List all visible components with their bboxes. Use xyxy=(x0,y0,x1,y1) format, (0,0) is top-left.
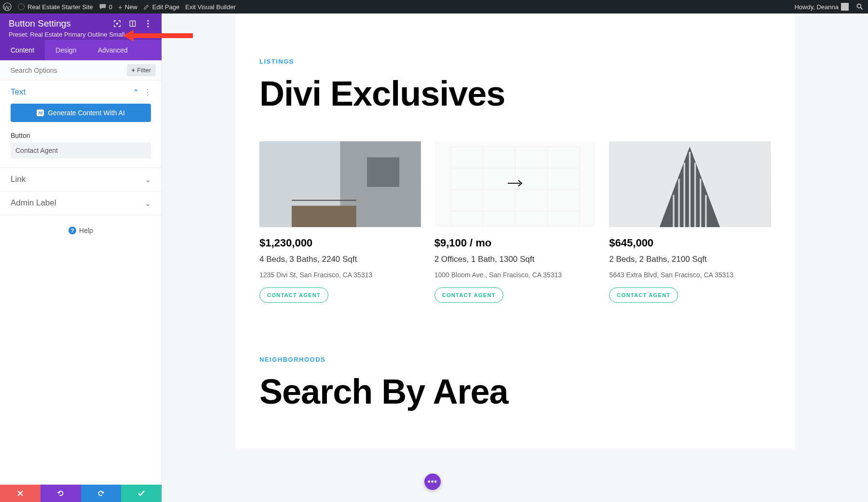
svg-point-2 xyxy=(857,4,861,8)
edit-page-link[interactable]: Edit Page xyxy=(143,3,179,11)
cancel-button[interactable] xyxy=(0,485,41,502)
section-more-icon[interactable]: ⋮ xyxy=(144,88,151,97)
builder-fab[interactable]: ••• xyxy=(424,474,441,490)
chevron-down-icon: ▼ xyxy=(126,32,131,37)
wp-logo-icon[interactable] xyxy=(3,2,12,11)
svg-rect-13 xyxy=(292,205,356,227)
listing-price: $9,100 / mo xyxy=(434,237,596,249)
panel-title: Button Settings xyxy=(9,18,71,29)
help-icon: ? xyxy=(68,227,76,234)
listings-heading: Divi Exclusives xyxy=(259,76,771,112)
section-link: Link ⌄ xyxy=(0,168,162,191)
section-text-title: Text xyxy=(11,87,26,97)
listing-address: 1000 Bloom Ave., San Fracisco, CA 35313 xyxy=(434,271,596,279)
howdy-user[interactable]: Howdy, Deanna xyxy=(794,3,849,11)
neighborhoods-eyebrow: NEIGHBORHOODS xyxy=(259,303,771,363)
edit-page-label: Edit Page xyxy=(152,3,179,11)
more-icon[interactable] xyxy=(143,19,153,28)
tab-content[interactable]: Content xyxy=(0,40,45,60)
listings-row: $1,230,000 4 Beds, 3 Baths, 2240 Sqft 12… xyxy=(259,141,771,303)
section-link-title: Link xyxy=(11,175,26,184)
help-link[interactable]: ? Help xyxy=(68,227,93,234)
settings-panel: Button Settings Preset: Real Estate Prim… xyxy=(0,14,162,502)
preset-prefix: Preset: xyxy=(9,31,28,38)
svg-rect-12 xyxy=(367,157,399,187)
search-input[interactable] xyxy=(11,67,123,74)
section-admin-label: Admin Label ⌄ xyxy=(0,191,162,215)
ellipsis-icon: ••• xyxy=(428,477,437,486)
close-icon xyxy=(17,490,24,497)
search-icon[interactable] xyxy=(854,1,865,12)
section-admin-label-title: Admin Label xyxy=(11,198,56,208)
comments-link[interactable]: 0 xyxy=(99,3,112,11)
arrow-right-icon xyxy=(507,179,523,188)
exit-builder-label: Exit Visual Builder xyxy=(185,3,236,11)
listing-card: $9,100 / mo 2 Offices, 1 Bath, 1300 Sqft… xyxy=(434,141,596,303)
generate-ai-button[interactable]: AI Generate Content With AI xyxy=(11,104,151,122)
howdy-text: Howdy, Deanna xyxy=(794,3,839,11)
undo-icon xyxy=(56,489,65,498)
chevron-down-icon: ⌄ xyxy=(145,175,151,184)
svg-line-3 xyxy=(861,8,863,10)
section-link-toggle[interactable]: Link ⌄ xyxy=(0,168,162,191)
svg-point-9 xyxy=(147,26,149,27)
help-label: Help xyxy=(79,227,93,234)
tab-design[interactable]: Design xyxy=(45,40,87,60)
contact-agent-button[interactable]: CONTACT AGENT xyxy=(434,287,503,303)
tab-advanced[interactable]: Advanced xyxy=(87,40,138,60)
check-icon xyxy=(137,489,145,497)
responsive-icon[interactable] xyxy=(112,19,122,28)
exit-builder-link[interactable]: Exit Visual Builder xyxy=(185,3,236,11)
wp-admin-bar: Real Estate Starter Site 0 + New Edit Pa… xyxy=(0,0,868,14)
svg-point-8 xyxy=(147,23,149,24)
listing-address: 5643 Extra Blvd, San Fracisco, CA 35313 xyxy=(609,271,771,279)
section-text: Text ⌃ ⋮ AI Generate Content With AI But… xyxy=(0,81,162,168)
listing-price: $645,000 xyxy=(609,237,771,249)
chevron-down-icon: ⌄ xyxy=(145,199,151,208)
filter-button[interactable]: + Filter xyxy=(127,64,156,76)
neighborhoods-heading: Search By Area xyxy=(259,374,771,410)
listing-image[interactable] xyxy=(609,141,771,227)
search-row: + Filter xyxy=(0,60,162,81)
svg-point-1 xyxy=(18,4,25,10)
section-admin-label-toggle[interactable]: Admin Label ⌄ xyxy=(0,191,162,215)
expand-icon[interactable] xyxy=(128,19,137,28)
site-name-link[interactable]: Real Estate Starter Site xyxy=(17,3,93,11)
help-row: ? Help xyxy=(0,215,162,245)
avatar xyxy=(841,3,849,11)
listing-address: 1235 Divi St, San Fracisco, CA 35313 xyxy=(259,271,421,279)
site-name-text: Real Estate Starter Site xyxy=(27,3,93,11)
contact-agent-button[interactable]: CONTACT AGENT xyxy=(259,287,328,303)
undo-button[interactable] xyxy=(41,485,81,502)
svg-point-7 xyxy=(147,20,149,21)
section-text-toggle[interactable]: Text ⌃ ⋮ xyxy=(0,81,162,104)
generate-ai-label: Generate Content With AI xyxy=(48,109,125,117)
preset-name: Real Estate Primary Outline Small xyxy=(30,31,125,38)
redo-icon xyxy=(96,489,105,498)
listing-specs: 2 Beds, 2 Baths, 2100 Sqft xyxy=(609,255,771,264)
panel-tabs: Content Design Advanced xyxy=(0,40,162,60)
new-label: New xyxy=(125,3,137,11)
button-text-input[interactable] xyxy=(11,142,151,159)
listing-specs: 4 Beds, 3 Baths, 2240 Sqft xyxy=(259,255,421,264)
save-button[interactable] xyxy=(121,485,162,502)
comment-count: 0 xyxy=(109,3,112,11)
panel-footer xyxy=(0,485,162,502)
filter-label: Filter xyxy=(137,67,151,74)
listing-specs: 2 Offices, 1 Bath, 1300 Sqft xyxy=(434,255,596,264)
panel-header: Button Settings Preset: Real Estate Prim… xyxy=(0,14,162,40)
listings-eyebrow: LISTINGS xyxy=(259,14,771,65)
listing-card: $1,230,000 4 Beds, 3 Baths, 2240 Sqft 12… xyxy=(259,141,421,303)
ai-icon: AI xyxy=(37,109,44,116)
chevron-up-icon: ⌃ xyxy=(133,88,139,97)
listing-image[interactable] xyxy=(259,141,421,227)
svg-point-5 xyxy=(116,23,118,25)
button-field-label: Button xyxy=(11,132,151,139)
preset-selector[interactable]: Preset: Real Estate Primary Outline Smal… xyxy=(9,31,153,38)
listing-price: $1,230,000 xyxy=(259,237,421,249)
listing-card: $645,000 2 Beds, 2 Baths, 2100 Sqft 5643… xyxy=(609,141,771,303)
new-link[interactable]: + New xyxy=(118,3,137,11)
redo-button[interactable] xyxy=(81,485,122,502)
contact-agent-button[interactable]: CONTACT AGENT xyxy=(609,287,678,303)
preview-canvas: LISTINGS Divi Exclusives $1,230,000 4 Be… xyxy=(162,14,868,502)
